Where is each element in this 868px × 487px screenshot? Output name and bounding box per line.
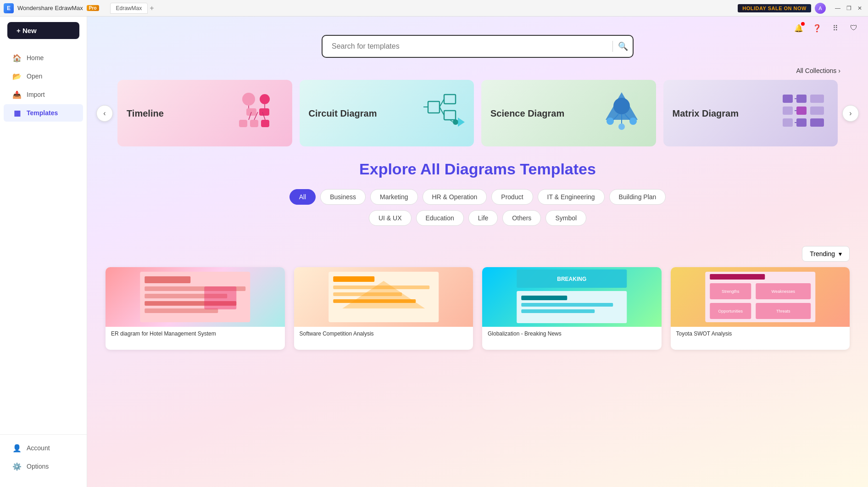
carousel-next-button[interactable]: › xyxy=(842,105,859,122)
filter-others[interactable]: Others xyxy=(502,210,541,226)
filter-ui-ux[interactable]: UI & UX xyxy=(369,210,412,226)
carousel-card-matrix-label: Matrix Diagram xyxy=(673,108,739,119)
template-card[interactable]: Software Competition Analysis xyxy=(294,267,473,350)
timeline-icon xyxy=(233,90,283,137)
filter-product[interactable]: Product xyxy=(491,189,533,205)
header-area: 🔍 xyxy=(87,17,868,67)
sidebar-item-options-label: Options xyxy=(27,463,49,470)
carousel-section: All Collections › ‹ Timeline xyxy=(87,67,868,146)
svg-rect-59 xyxy=(521,309,595,313)
svg-rect-12 xyxy=(428,101,440,113)
grid-icon[interactable]: ⠿ xyxy=(829,21,842,35)
svg-rect-31 xyxy=(810,95,824,103)
trending-arrow-icon: ▾ xyxy=(839,250,842,257)
app-body: + New 🏠 Home 📂 Open 📥 Import ▦ Templates xyxy=(0,17,868,487)
new-button[interactable]: + New xyxy=(7,22,79,39)
filter-symbol[interactable]: Symbol xyxy=(545,210,586,226)
sidebar-item-open-label: Open xyxy=(27,73,42,80)
sidebar-item-import[interactable]: 📥 Import xyxy=(4,86,83,103)
pro-badge: Pro xyxy=(87,5,99,11)
carousel-wrapper: ‹ Timeline xyxy=(96,80,859,146)
search-bar: 🔍 xyxy=(322,35,634,58)
svg-text:Opportunities: Opportunities xyxy=(718,309,743,313)
filter-it-engineering[interactable]: IT & Engineering xyxy=(538,189,605,205)
template-name-4: Toyota SWOT Analysis xyxy=(671,327,850,341)
carousel-card-science[interactable]: Science Diagram xyxy=(481,80,656,146)
avatar[interactable]: A xyxy=(815,3,826,14)
sidebar-item-import-label: Import xyxy=(27,91,45,98)
app-logo: E xyxy=(4,3,14,13)
notification-icon[interactable]: 🔔 xyxy=(792,21,806,35)
template-card[interactable]: ER diagram for Hotel Management System xyxy=(106,267,285,350)
help-icon[interactable]: ❓ xyxy=(810,21,824,35)
sidebar-item-options[interactable]: ⚙️ Options xyxy=(4,458,83,475)
search-input[interactable] xyxy=(322,35,634,58)
template-thumb-4: Strengths Weaknesses Opportunities Threa… xyxy=(671,267,850,327)
sidebar-item-home[interactable]: 🏠 Home xyxy=(4,49,83,67)
carousel-card-circuit[interactable]: Circuit Diagram xyxy=(300,80,474,146)
svg-text:Weaknesses: Weaknesses xyxy=(771,289,795,294)
svg-rect-61 xyxy=(710,274,765,280)
close-button[interactable]: ✕ xyxy=(855,4,864,13)
svg-rect-33 xyxy=(796,106,807,115)
filter-all[interactable]: All xyxy=(289,189,316,205)
filter-hr-operation[interactable]: HR & Operation xyxy=(423,189,487,205)
filter-business[interactable]: Business xyxy=(320,189,366,205)
template-card[interactable]: BREAKING Globalization - Breaking News xyxy=(482,267,662,350)
svg-rect-14 xyxy=(444,111,456,120)
tab-item[interactable]: EdrawMax xyxy=(110,3,148,14)
explore-title: Explore All Diagrams Templates xyxy=(106,160,850,178)
trending-select[interactable]: Trending ▾ xyxy=(802,246,850,262)
sidebar-item-templates[interactable]: ▦ Templates xyxy=(4,104,83,122)
carousel-card-timeline[interactable]: Timeline xyxy=(117,80,292,146)
explore-title-part2: All Diagrams Templates xyxy=(420,160,596,178)
sidebar-item-open[interactable]: 📂 Open xyxy=(4,67,83,85)
sidebar-item-account-label: Account xyxy=(27,444,50,452)
svg-point-0 xyxy=(242,93,255,106)
svg-point-18 xyxy=(453,119,458,125)
filter-building-plan[interactable]: Building Plan xyxy=(609,189,666,205)
sidebar-item-account[interactable]: 👤 Account xyxy=(4,439,83,457)
explore-title-part1: Explore xyxy=(359,160,420,178)
template-thumb-1 xyxy=(106,267,285,327)
open-icon: 📂 xyxy=(13,72,21,80)
title-bar-left: E Wondershare EdrawMax Pro EdrawMax + xyxy=(4,3,154,14)
holiday-banner[interactable]: HOLIDAY SALE ON NOW xyxy=(738,4,811,12)
svg-rect-36 xyxy=(796,118,807,127)
tab-bar: EdrawMax + xyxy=(110,3,154,14)
minimize-button[interactable]: — xyxy=(833,4,842,13)
svg-point-1 xyxy=(260,94,270,104)
notification-badge xyxy=(801,22,805,26)
tab-add-button[interactable]: + xyxy=(150,4,154,12)
circuit-icon xyxy=(414,90,465,137)
svg-rect-57 xyxy=(521,296,567,300)
maximize-button[interactable]: ❐ xyxy=(844,4,853,13)
template-card[interactable]: Strengths Weaknesses Opportunities Threa… xyxy=(671,267,850,350)
filter-life[interactable]: Life xyxy=(468,210,498,226)
tab-label: EdrawMax xyxy=(116,5,142,11)
svg-rect-37 xyxy=(810,118,824,127)
svg-marker-20 xyxy=(458,118,465,127)
carousel-prev-button[interactable]: ‹ xyxy=(96,105,113,122)
filter-marketing[interactable]: Marketing xyxy=(370,189,417,205)
search-divider xyxy=(612,41,613,52)
svg-point-23 xyxy=(606,118,614,125)
search-button[interactable]: 🔍 xyxy=(618,41,628,51)
template-name-2: Software Competition Analysis xyxy=(294,327,473,341)
svg-point-24 xyxy=(629,118,637,125)
carousel-card-timeline-label: Timeline xyxy=(127,108,164,119)
templates-grid: ER diagram for Hotel Management System S… xyxy=(87,267,868,368)
carousel-card-matrix[interactable]: Matrix Diagram xyxy=(663,80,838,146)
carousel-items: Timeline xyxy=(117,80,838,146)
filter-row-1: All Business Marketing HR & Operation Pr… xyxy=(106,189,850,205)
shield-icon[interactable]: 🛡 xyxy=(847,21,861,35)
all-collections-button[interactable]: All Collections › xyxy=(96,67,840,74)
svg-rect-29 xyxy=(783,95,793,103)
trending-label: Trending xyxy=(810,250,835,257)
svg-text:BREAKING: BREAKING xyxy=(557,276,586,282)
svg-rect-6 xyxy=(261,120,269,127)
filter-education[interactable]: Education xyxy=(416,210,464,226)
import-icon: 📥 xyxy=(13,90,21,99)
svg-rect-42 xyxy=(145,276,190,283)
svg-rect-32 xyxy=(783,106,793,115)
